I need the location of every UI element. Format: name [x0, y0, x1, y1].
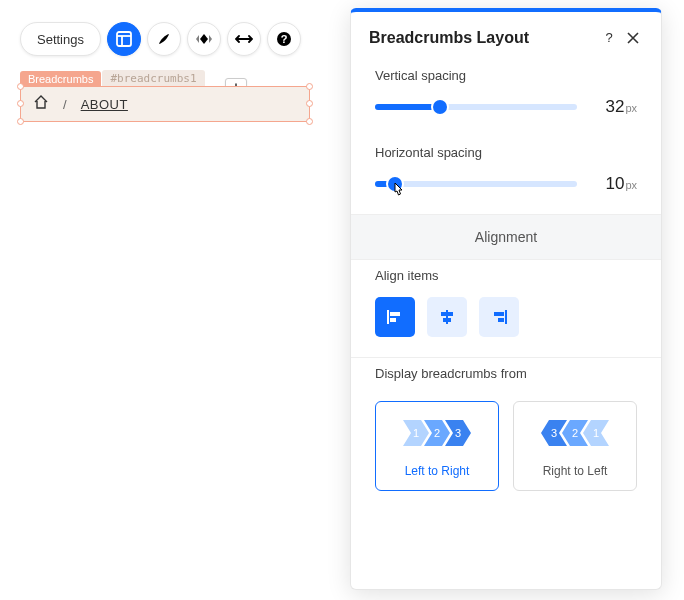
panel-header: Breadcrumbs Layout ?: [351, 12, 661, 60]
panel-help-button[interactable]: ?: [597, 26, 621, 50]
direction-ltr-card[interactable]: 1 2 3 Left to Right: [375, 401, 499, 491]
resize-handle[interactable]: [17, 83, 24, 90]
display-direction-label: Display breadcrumbs from: [375, 366, 637, 381]
rtl-graphic: 3 2 1: [541, 420, 609, 446]
direction-rtl-card[interactable]: 3 2 1 Right to Left: [513, 401, 637, 491]
breadcrumb-current[interactable]: ABOUT: [81, 97, 128, 112]
toolbar: Settings ?: [20, 22, 301, 56]
stretch-icon: [235, 33, 253, 45]
svg-rect-14: [498, 318, 504, 322]
resize-handle[interactable]: [17, 118, 24, 125]
resize-handle[interactable]: [17, 100, 24, 107]
vertical-spacing-section: Vertical spacing 32px: [351, 60, 661, 137]
element-id-badge: #breadcrumbs1: [102, 70, 204, 87]
horizontal-spacing-value[interactable]: 10px: [587, 174, 637, 194]
align-items-label: Align items: [375, 268, 637, 283]
panel-title: Breadcrumbs Layout: [369, 29, 597, 47]
svg-rect-10: [441, 312, 453, 316]
animation-button[interactable]: [187, 22, 221, 56]
svg-rect-0: [117, 32, 131, 46]
brush-icon: [156, 31, 172, 47]
ltr-label: Left to Right: [405, 464, 470, 478]
svg-rect-7: [390, 312, 400, 316]
align-left-button[interactable]: [375, 297, 415, 337]
settings-label: Settings: [37, 32, 84, 47]
layout-icon: [116, 31, 132, 47]
resize-handle[interactable]: [306, 83, 313, 90]
align-center-button[interactable]: [427, 297, 467, 337]
resize-handle[interactable]: [306, 118, 313, 125]
vertical-spacing-slider[interactable]: [375, 104, 577, 110]
resize-handle[interactable]: [306, 100, 313, 107]
panel-close-button[interactable]: [621, 26, 645, 50]
alignment-heading: Alignment: [351, 214, 661, 260]
display-direction-section: Display breadcrumbs from 1 2 3 Left to R…: [351, 358, 661, 511]
horizontal-spacing-label: Horizontal spacing: [375, 145, 637, 160]
vertical-spacing-value[interactable]: 32px: [587, 97, 637, 117]
close-icon: [627, 32, 639, 44]
home-icon[interactable]: [33, 94, 49, 114]
settings-button[interactable]: Settings: [20, 22, 101, 56]
align-left-icon: [386, 309, 404, 325]
ltr-graphic: 1 2 3: [403, 420, 471, 446]
vertical-spacing-label: Vertical spacing: [375, 68, 637, 83]
layout-panel: Breadcrumbs Layout ? Vertical spacing 32…: [350, 8, 662, 590]
horizontal-spacing-section: Horizontal spacing 10px: [351, 137, 661, 214]
design-button[interactable]: [147, 22, 181, 56]
align-right-icon: [490, 309, 508, 325]
svg-rect-8: [390, 318, 396, 322]
svg-text:?: ?: [281, 33, 288, 45]
align-items-section: Align items: [351, 260, 661, 357]
element-badges: Breadcrumbs #breadcrumbs1: [20, 70, 205, 87]
element-type-badge: Breadcrumbs: [20, 71, 101, 87]
rtl-label: Right to Left: [543, 464, 608, 478]
help-button[interactable]: ?: [267, 22, 301, 56]
horizontal-spacing-slider[interactable]: [375, 181, 577, 187]
svg-rect-11: [443, 318, 451, 322]
help-icon: ?: [276, 31, 292, 47]
breadcrumb-preview[interactable]: / ABOUT: [20, 86, 310, 122]
stretch-button[interactable]: [227, 22, 261, 56]
svg-text:?: ?: [605, 31, 612, 45]
layout-button[interactable]: [107, 22, 141, 56]
align-right-button[interactable]: [479, 297, 519, 337]
svg-rect-13: [494, 312, 504, 316]
help-icon: ?: [602, 31, 616, 45]
animation-icon: [195, 32, 213, 46]
breadcrumb-separator: /: [63, 97, 67, 112]
align-center-icon: [438, 309, 456, 325]
